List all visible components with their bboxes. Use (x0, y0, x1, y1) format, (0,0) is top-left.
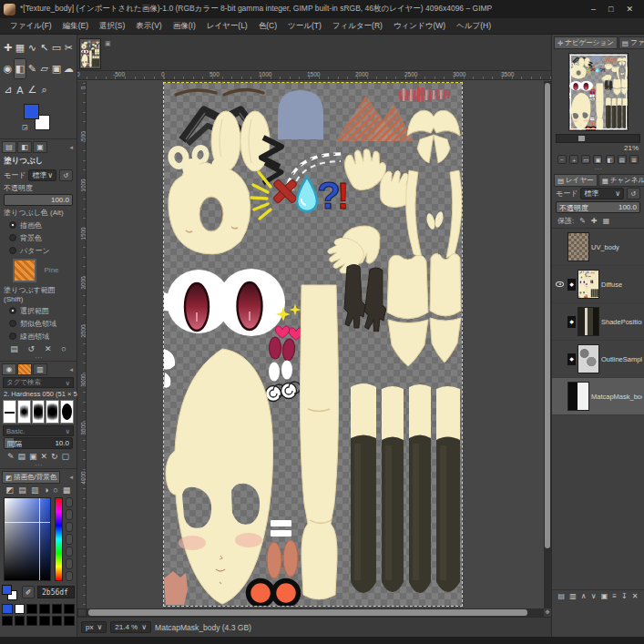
text-tool-icon[interactable]: A (14, 79, 26, 100)
fg-bg-color-selector[interactable]: ◲ (22, 104, 58, 137)
layer-row-outlinesampler[interactable]: ◆ OutlineSampler #1 (552, 341, 644, 378)
layer-row-diffuse[interactable]: ◆ Diffuse (552, 266, 644, 303)
brush-spacing-slider[interactable]: 間隔 10.0 (4, 437, 73, 449)
horizontal-scrollbar[interactable] (87, 608, 544, 617)
lock-alpha-icon[interactable]: ▦ (603, 217, 610, 225)
cmyk-page-icon[interactable]: ▥ (31, 486, 39, 495)
opacity-slider[interactable]: 100.0 (4, 194, 73, 206)
shrink-wrap-button[interactable]: ▤ (618, 155, 627, 164)
fill-selection-radio[interactable]: 選択範囲 (0, 304, 77, 317)
canvas-viewport[interactable]: ? ! (87, 81, 544, 610)
palette-swatch[interactable] (64, 616, 75, 626)
duplicate-brush-icon[interactable]: ▣ (29, 452, 37, 461)
bucket-fill-tool-icon[interactable]: ◧ (14, 58, 26, 79)
menu-edit[interactable]: 編集(E) (58, 19, 93, 34)
horizontal-ruler[interactable]: -1000-500 0500 10001500 20002500 3000350… (77, 71, 551, 80)
refresh-brushes-icon[interactable]: ↻ (51, 452, 58, 461)
layer-mode-select[interactable]: 標準∨ (580, 188, 624, 199)
menu-help[interactable]: ヘルプ(H) (452, 19, 496, 34)
brush-item[interactable] (3, 400, 16, 424)
fill-similar-radio[interactable]: 類似色領域 (0, 317, 77, 330)
zoom-fit-button[interactable]: ▭ (581, 155, 590, 164)
images-tab-icon[interactable]: ▣ (33, 141, 47, 153)
zoom-out-button[interactable]: − (557, 155, 567, 164)
palette-swatch[interactable] (26, 604, 37, 614)
palette-swatch[interactable] (52, 616, 63, 626)
mode-select[interactable]: 標準∨ (28, 169, 56, 181)
eraser-tool-icon[interactable]: ▱ (38, 58, 50, 79)
color-picker-tool-icon[interactable]: ⊿ (2, 79, 14, 100)
navigation-preview[interactable] (568, 53, 629, 131)
fill-bg-radio[interactable]: 背景色 (0, 231, 77, 244)
hex-color-input[interactable]: 2b56df (37, 586, 75, 598)
menu-file[interactable]: ファイル(F) (5, 19, 56, 34)
smudge-tool-icon[interactable]: ◉ (2, 58, 14, 79)
navigation-zoom-slider[interactable] (556, 134, 640, 143)
open-brush-icon[interactable]: ▢ (62, 452, 70, 461)
pattern-preview[interactable] (13, 259, 36, 282)
gimp-picker-page-icon[interactable]: ◩ (6, 486, 15, 495)
fill-fg-radio[interactable]: 描画色 (0, 219, 77, 231)
rectangle-select-tool-icon[interactable]: ▭ (50, 37, 62, 58)
brush-item[interactable] (32, 400, 46, 424)
dock-menu-icon[interactable]: ◂ (67, 474, 75, 481)
dock-menu-icon[interactable]: ◂ (67, 366, 75, 373)
raise-layer-button[interactable]: ∧ (581, 592, 587, 600)
mode-switch-button[interactable]: ↺ (59, 169, 73, 181)
zoom-tool-icon[interactable]: ⌕ (38, 79, 50, 100)
tool-options-tab-icon[interactable]: ▤ (2, 141, 16, 153)
zoom-fill-button[interactable]: ▣ (593, 155, 602, 164)
foreground-color-swatch[interactable] (24, 104, 39, 119)
lower-layer-button[interactable]: ∨ (591, 592, 597, 600)
channel-buttons[interactable] (66, 497, 73, 581)
lock-position-icon[interactable]: ✚ (591, 217, 598, 225)
palette-page-icon[interactable]: ▦ (63, 486, 71, 495)
scissors-select-tool-icon[interactable]: ✂ (63, 37, 75, 58)
swap-colors-icon[interactable]: ◲ (22, 124, 30, 132)
delete-brush-icon[interactable]: ✕ (40, 452, 47, 461)
tab-navigation[interactable]: ✛ナビゲーション (554, 36, 618, 49)
paintbrush-tool-icon[interactable]: ✎ (26, 58, 38, 79)
visibility-toggle[interactable] (554, 281, 566, 287)
palette-swatch[interactable] (15, 604, 26, 614)
image-tab[interactable] (79, 38, 101, 69)
layer-link-badge[interactable]: ◆ (567, 279, 576, 291)
vertical-ruler[interactable]: 0500 10001500 20002500 30003500 4000 (77, 81, 87, 610)
palette-swatch[interactable] (2, 604, 13, 614)
rgb-sliders-page-icon[interactable]: ▤ (18, 486, 26, 495)
device-status-tab-icon[interactable]: ◧ (17, 141, 32, 153)
menu-filters[interactable]: フィルター(R) (328, 19, 387, 34)
palette-swatch[interactable] (52, 604, 63, 614)
merge-layer-button[interactable]: ≡ (612, 592, 617, 600)
new-group-button[interactable]: ▥ (569, 592, 577, 600)
delete-preset-icon[interactable]: ✕ (45, 344, 52, 353)
tab-layers[interactable]: ▤レイヤー (554, 174, 598, 187)
move-tool-icon[interactable]: ✚ (2, 37, 14, 58)
layer-row-shadeposition[interactable]: ◆ ShadePosition (552, 303, 644, 341)
palette-swatch[interactable] (39, 604, 50, 614)
fuzzy-select-tool-icon[interactable]: ↖ (38, 37, 50, 58)
window-fit-button[interactable]: ⊞ (629, 155, 639, 164)
pan-view-button[interactable]: ✥ (544, 608, 551, 617)
brush-item[interactable] (46, 400, 59, 424)
edit-brush-icon[interactable]: ✎ (7, 452, 15, 461)
minimize-button[interactable]: – (591, 5, 596, 14)
wheel-page-icon[interactable]: ○ (53, 486, 57, 495)
alignment-tool-icon[interactable]: ▦ (14, 37, 26, 58)
new-layer-button[interactable]: ▤ (558, 592, 566, 600)
gradients-tab-icon[interactable]: ▥ (33, 363, 47, 375)
layer-opacity-slider[interactable]: 不透明度 100.0 (556, 201, 640, 213)
layer-row-matcapmask-body[interactable]: MatcapMask_body (552, 378, 644, 415)
save-preset-icon[interactable]: ▤ (10, 344, 18, 353)
brush-item-selected[interactable] (60, 400, 74, 424)
close-button[interactable]: ✕ (626, 5, 633, 14)
free-select-tool-icon[interactable]: ∿ (26, 37, 38, 58)
texture-canvas-art[interactable]: ? ! (164, 83, 462, 606)
color-picker-icon[interactable]: ✐ (22, 586, 35, 598)
maximize-button[interactable]: □ (608, 5, 613, 14)
fill-lineart-radio[interactable]: 線画領域 (0, 330, 77, 342)
menu-windows[interactable]: ウィンドウ(W) (389, 19, 450, 34)
delete-layer-button[interactable]: ✕ (632, 592, 639, 600)
duplicate-layer-button[interactable]: ▣ (601, 592, 608, 600)
tab-file-history[interactable]: ▤ファイル履歴 (618, 36, 644, 49)
